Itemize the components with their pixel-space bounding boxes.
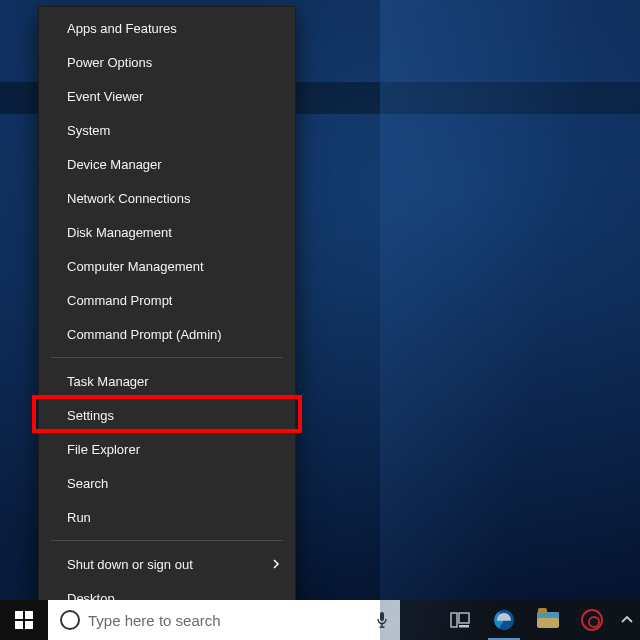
edge-browser-button[interactable] — [482, 600, 526, 640]
winx-item-label: Power Options — [67, 55, 152, 70]
winx-run[interactable]: Run — [39, 500, 295, 534]
file-explorer-button[interactable] — [526, 600, 570, 640]
task-view-button[interactable] — [438, 600, 482, 640]
winx-item-label: Command Prompt (Admin) — [67, 327, 222, 342]
winx-item-label: Event Viewer — [67, 89, 143, 104]
winx-item-label: Disk Management — [67, 225, 172, 240]
desktop-background: Apps and FeaturesPower OptionsEvent View… — [0, 0, 640, 640]
taskbar-pinned-apps — [438, 600, 640, 640]
winx-event-viewer[interactable]: Event Viewer — [39, 79, 295, 113]
winx-item-label: Task Manager — [67, 374, 149, 389]
winx-item-label: Search — [67, 476, 108, 491]
winx-task-manager[interactable]: Task Manager — [39, 364, 295, 398]
winx-separator — [51, 540, 283, 541]
winx-item-label: File Explorer — [67, 442, 140, 457]
winx-network-connections[interactable]: Network Connections — [39, 181, 295, 215]
svg-rect-1 — [25, 611, 33, 619]
winx-item-label: Run — [67, 510, 91, 525]
cortana-icon — [60, 610, 80, 630]
svg-rect-0 — [15, 611, 23, 619]
microphone-icon[interactable] — [372, 608, 392, 632]
svg-rect-4 — [380, 612, 384, 621]
winx-search[interactable]: Search — [39, 466, 295, 500]
svg-rect-7 — [451, 613, 457, 627]
winx-context-menu: Apps and FeaturesPower OptionsEvent View… — [38, 6, 296, 626]
winx-shutdown-signout[interactable]: Shut down or sign out — [39, 547, 295, 581]
winx-item-label: Network Connections — [67, 191, 191, 206]
app-gear-red-icon — [581, 609, 603, 631]
svg-rect-8 — [459, 613, 469, 623]
winx-file-explorer[interactable]: File Explorer — [39, 432, 295, 466]
file-explorer-icon — [537, 612, 559, 628]
tray-overflow-button[interactable] — [614, 600, 640, 640]
winx-command-prompt-admin[interactable]: Command Prompt (Admin) — [39, 317, 295, 351]
winx-settings[interactable]: Settings — [39, 398, 295, 432]
winx-power-options[interactable]: Power Options — [39, 45, 295, 79]
edge-icon — [494, 610, 514, 630]
winx-device-manager[interactable]: Device Manager — [39, 147, 295, 181]
chevron-right-icon — [271, 559, 281, 569]
taskbar-search-placeholder: Type here to search — [88, 612, 364, 629]
taskbar: Type here to search — [0, 600, 640, 640]
winx-item-label: Device Manager — [67, 157, 162, 172]
task-view-icon — [450, 612, 470, 628]
winx-item-label: Command Prompt — [67, 293, 172, 308]
winx-command-prompt[interactable]: Command Prompt — [39, 283, 295, 317]
winx-disk-management[interactable]: Disk Management — [39, 215, 295, 249]
winx-system[interactable]: System — [39, 113, 295, 147]
winx-apps-and-features[interactable]: Apps and Features — [39, 11, 295, 45]
start-button[interactable] — [0, 600, 48, 640]
taskbar-search[interactable]: Type here to search — [48, 600, 400, 640]
winx-item-label: Shut down or sign out — [67, 557, 193, 572]
winx-computer-management[interactable]: Computer Management — [39, 249, 295, 283]
chevron-up-icon — [618, 611, 636, 629]
winx-item-label: System — [67, 123, 110, 138]
winx-item-label: Settings — [67, 408, 114, 423]
winx-item-label: Apps and Features — [67, 21, 177, 36]
svg-rect-3 — [25, 621, 33, 629]
app-gear-button[interactable] — [570, 600, 614, 640]
svg-rect-2 — [15, 621, 23, 629]
winx-separator — [51, 357, 283, 358]
winx-item-label: Computer Management — [67, 259, 204, 274]
windows-logo-icon — [15, 611, 33, 629]
svg-rect-9 — [459, 625, 469, 628]
